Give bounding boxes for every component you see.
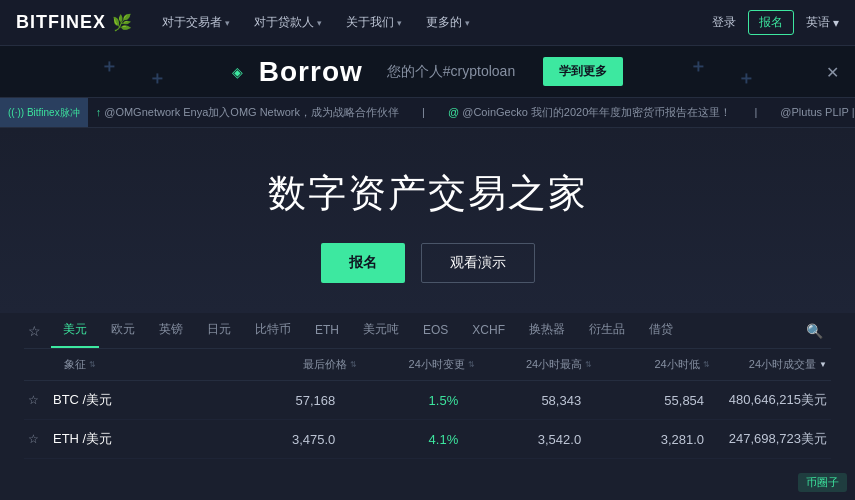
th-low: 24小时低 ⇅ — [592, 357, 709, 372]
td-price: 3,475.0 — [212, 432, 335, 447]
banner-close-button[interactable]: ✕ — [826, 62, 839, 81]
ticker-bar: ((·)) Bitfinex脉冲 ↑ @OMGnetwork Enya加入OMG… — [0, 98, 855, 128]
watermark: 币圈子 — [798, 473, 847, 492]
td-high: 3,542.0 — [458, 432, 581, 447]
market-table: 象征 ⇅ 最后价格 ⇅ 24小时变更 ⇅ 24小时最高 ⇅ 24小时低 ⇅ 24… — [24, 349, 831, 459]
td-symbol: ☆ ETH /美元 — [28, 430, 212, 448]
tab-gbp[interactable]: 英镑 — [147, 313, 195, 348]
td-low: 3,281.0 — [581, 432, 704, 447]
th-change: 24小时变更 ⇅ — [357, 357, 474, 372]
tab-jpy[interactable]: 日元 — [195, 313, 243, 348]
tab-derivatives[interactable]: 衍生品 — [577, 313, 637, 348]
th-high: 24小时最高 ⇅ — [475, 357, 592, 372]
hero-title: 数字资产交易之家 — [0, 168, 855, 219]
banner-decoration-right: ＋ ＋ — [689, 54, 755, 90]
banner-leaf-icon: ◈ — [232, 64, 243, 80]
nav-right: 登录 报名 英语 ▾ — [712, 10, 839, 35]
td-symbol: ☆ BTC /美元 — [28, 391, 212, 409]
nav-item-about[interactable]: 关于我们 ▾ — [336, 10, 412, 35]
td-low: 55,854 — [581, 393, 704, 408]
nav-items: 对于交易者 ▾ 对于贷款人 ▾ 关于我们 ▾ 更多的 ▾ — [152, 10, 712, 35]
table-header: 象征 ⇅ 最后价格 ⇅ 24小时变更 ⇅ 24小时最高 ⇅ 24小时低 ⇅ 24… — [24, 349, 831, 381]
logo-text: BITFINEX — [16, 12, 106, 33]
tab-eth[interactable]: ETH — [303, 315, 351, 347]
hero-buttons: 报名 观看演示 — [0, 243, 855, 283]
td-change: 4.1% — [335, 432, 458, 447]
logo-leaf-icon: 🌿 — [112, 13, 132, 32]
search-icon[interactable]: 🔍 — [798, 315, 831, 347]
ticker-item: ↑ @OMGnetwork Enya加入OMG Network，成为战略合作伙伴 — [96, 106, 402, 118]
sort-icon: ⇅ — [89, 360, 96, 369]
sort-icon: ⇅ — [468, 360, 475, 369]
register-button[interactable]: 报名 — [748, 10, 794, 35]
ticker-item: @Plutus PLIP | Pluton流动 — [780, 106, 855, 118]
tab-eur[interactable]: 欧元 — [99, 313, 147, 348]
nav-item-more[interactable]: 更多的 ▾ — [416, 10, 480, 35]
ticker-item: | — [754, 106, 760, 118]
tab-btc[interactable]: 比特币 — [243, 313, 303, 348]
banner-borrow-title: Borrow — [259, 56, 363, 88]
hero-demo-button[interactable]: 观看演示 — [421, 243, 535, 283]
login-button[interactable]: 登录 — [712, 14, 736, 31]
tab-usd[interactable]: 美元 — [51, 313, 99, 348]
chevron-down-icon: ▾ — [833, 16, 839, 30]
favorites-star-icon[interactable]: ☆ — [28, 315, 51, 347]
tab-udt[interactable]: 美元吨 — [351, 313, 411, 348]
chevron-down-icon: ▾ — [225, 18, 230, 28]
sort-icon: ⇅ — [585, 360, 592, 369]
nav-item-traders[interactable]: 对于交易者 ▾ — [152, 10, 240, 35]
promo-banner: ＋ ＋ ◈ Borrow 您的个人#cryptoloan 学到更多 ＋ ＋ ✕ — [0, 46, 855, 98]
watchlist-star-icon[interactable]: ☆ — [28, 432, 39, 446]
tab-xchf[interactable]: XCHF — [460, 315, 517, 347]
chevron-down-icon: ▾ — [397, 18, 402, 28]
th-price: 最后价格 ⇅ — [240, 357, 357, 372]
td-change: 1.5% — [335, 393, 458, 408]
tab-eos[interactable]: EOS — [411, 315, 460, 347]
th-volume: 24小时成交量 ▼ — [710, 357, 827, 372]
td-price: 57,168 — [212, 393, 335, 408]
sort-icon: ⇅ — [350, 360, 357, 369]
td-volume: 247,698,723美元 — [704, 430, 827, 448]
sort-icon: ⇅ — [703, 360, 710, 369]
td-high: 58,343 — [458, 393, 581, 408]
logo-area: BITFINEX 🌿 — [16, 12, 132, 33]
ticker-content: ↑ @OMGnetwork Enya加入OMG Network，成为战略合作伙伴… — [96, 105, 855, 120]
tab-lending[interactable]: 借贷 — [637, 313, 685, 348]
chevron-down-icon: ▾ — [465, 18, 470, 28]
tab-exchange[interactable]: 换热器 — [517, 313, 577, 348]
ticker-item: | — [422, 106, 428, 118]
table-row[interactable]: ☆ ETH /美元 3,475.0 4.1% 3,542.0 3,281.0 2… — [24, 420, 831, 459]
nav-item-lenders[interactable]: 对于贷款人 ▾ — [244, 10, 332, 35]
banner-decoration-left: ＋ ＋ — [100, 54, 166, 90]
hero-section: 数字资产交易之家 报名 观看演示 — [0, 128, 855, 313]
th-symbol: 象征 ⇅ — [28, 357, 240, 372]
market-tabs: ☆ 美元 欧元 英镑 日元 比特币 ETH 美元吨 EOS XCHF 换热器 — [24, 313, 831, 349]
td-volume: 480,646,215美元 — [704, 391, 827, 409]
chevron-down-icon: ▾ — [317, 18, 322, 28]
banner-subtitle: 您的个人#cryptoloan — [387, 63, 515, 81]
sort-icon-active: ▼ — [819, 360, 827, 369]
table-row[interactable]: ☆ BTC /美元 57,168 1.5% 58,343 55,854 480,… — [24, 381, 831, 420]
watchlist-star-icon[interactable]: ☆ — [28, 393, 39, 407]
market-section: ☆ 美元 欧元 英镑 日元 比特币 ETH 美元吨 EOS XCHF 换热器 — [0, 313, 855, 459]
ticker-pulse-label: ((·)) Bitfinex脉冲 — [0, 98, 88, 127]
navbar: BITFINEX 🌿 对于交易者 ▾ 对于贷款人 ▾ 关于我们 ▾ 更多的 ▾ … — [0, 0, 855, 46]
ticker-item: @ @CoinGecko 我们的2020年年度加密货币报告在这里！ — [448, 106, 734, 118]
hero-register-button[interactable]: 报名 — [321, 243, 405, 283]
language-selector[interactable]: 英语 ▾ — [806, 14, 839, 31]
banner-cta-button[interactable]: 学到更多 — [543, 57, 623, 86]
